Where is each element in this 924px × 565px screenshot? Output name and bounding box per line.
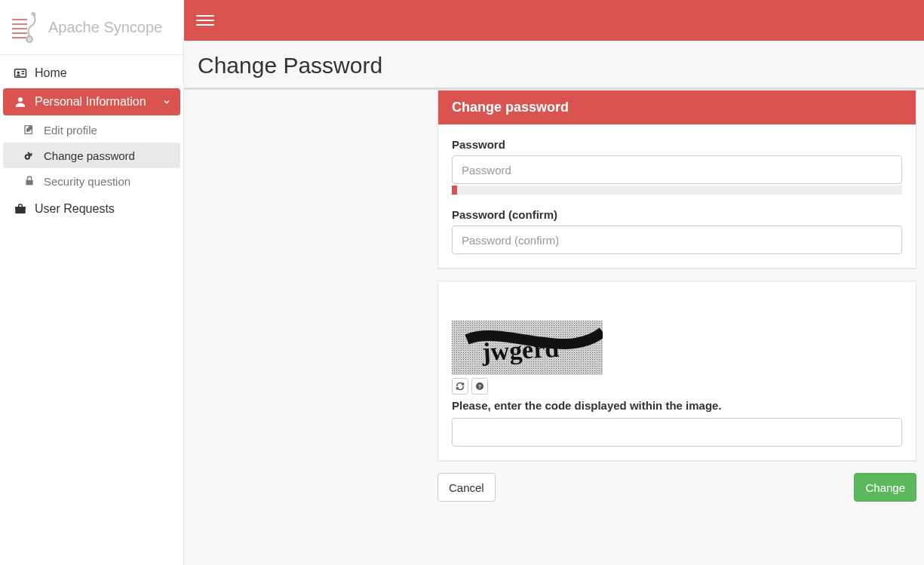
svg-point-12 <box>26 155 29 158</box>
sidebar-item-label: Edit profile <box>44 124 97 137</box>
sidebar-item-change-password[interactable]: Change password <box>3 143 180 168</box>
chevron-down-icon <box>162 97 171 106</box>
captcha-help-button[interactable]: ? <box>471 378 488 395</box>
sidebar-item-label: User Requests <box>35 202 115 216</box>
sidebar-item-user-requests[interactable]: User Requests <box>0 195 183 223</box>
sidebar-item-label: Personal Information <box>35 95 146 109</box>
cancel-button[interactable]: Cancel <box>437 473 496 502</box>
key-icon <box>23 149 36 162</box>
form-actions: Cancel Change <box>437 473 916 502</box>
sidebar-item-home[interactable]: Home <box>0 60 183 87</box>
svg-rect-15 <box>26 180 32 186</box>
user-icon <box>14 95 27 109</box>
svg-rect-17 <box>15 207 26 209</box>
sidebar-item-label: Change password <box>44 149 135 162</box>
svg-text:jwgerd: jwgerd <box>480 334 560 366</box>
brand: Apache Syncope <box>0 0 183 55</box>
submit-button[interactable]: Change <box>854 473 916 502</box>
password-confirm-label: Password (confirm) <box>452 208 902 221</box>
change-password-panel: Change password Password Password (confi… <box>437 90 916 269</box>
page-title: Change Password <box>198 53 910 78</box>
sidebar-item-label: Security question <box>44 175 130 188</box>
lock-icon <box>23 174 36 188</box>
sidebar: Apache Syncope Home Personal Information <box>0 0 184 565</box>
captcha-prompt: Please, enter the code displayed within … <box>452 399 902 412</box>
panel-title: Change password <box>438 91 916 124</box>
brand-name: Apache Syncope <box>48 19 162 36</box>
sidebar-item-edit-profile[interactable]: Edit profile <box>3 117 180 143</box>
menu-toggle-icon[interactable] <box>196 11 214 29</box>
captcha-image: jwgerd <box>452 321 603 375</box>
svg-text:?: ? <box>478 384 481 389</box>
captcha-panel: jwgerd ? Please, enter the code displaye… <box>437 281 916 461</box>
sidebar-nav: Home Personal Information Edit profile <box>0 55 183 227</box>
password-confirm-input[interactable] <box>452 226 902 254</box>
captcha-reload-button[interactable] <box>452 378 468 395</box>
svg-point-10 <box>18 97 23 102</box>
svg-point-5 <box>26 36 32 42</box>
captcha-input[interactable] <box>452 418 902 447</box>
briefcase-icon <box>14 202 27 216</box>
password-strength-meter <box>452 186 902 195</box>
svg-point-7 <box>17 72 20 74</box>
sidebar-item-label: Home <box>35 66 67 80</box>
main: Change Password Change password Password… <box>184 0 924 565</box>
sidebar-item-security-question[interactable]: Security question <box>3 168 180 194</box>
syncope-logo-icon <box>11 9 41 45</box>
topbar <box>184 0 924 41</box>
sidebar-item-personal-information[interactable]: Personal Information <box>3 88 180 115</box>
id-card-icon <box>14 66 27 80</box>
content: Change password Password Password (confi… <box>184 90 924 517</box>
edit-icon <box>23 123 36 137</box>
page-header: Change Password <box>184 41 924 88</box>
sidebar-submenu: Edit profile Change password Security qu… <box>3 117 180 194</box>
password-input[interactable] <box>452 155 902 184</box>
password-label: Password <box>452 138 902 151</box>
